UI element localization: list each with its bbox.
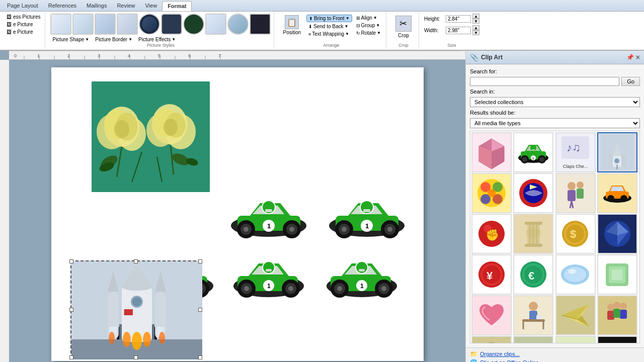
clipart-item-4[interactable] [471, 173, 512, 213]
go-button[interactable]: Go [621, 77, 640, 86]
organize-icon: 📁 [470, 350, 477, 357]
svg-point-134 [122, 283, 152, 291]
tab-mailings[interactable]: Mailings [82, 1, 112, 11]
svg-point-181 [577, 182, 584, 189]
style-thumb-9[interactable] [250, 14, 271, 35]
rocket-image-selected[interactable] [70, 260, 201, 358]
insert-picture-btn[interactable]: 🖼e Picture [5, 21, 34, 28]
clipart-item-7[interactable] [597, 173, 637, 213]
document-page[interactable]: 1 [51, 67, 424, 361]
group-picture-styles: Picture Shape ▼ Picture Border ▼ Picture… [47, 13, 274, 49]
svg-rect-154 [532, 149, 535, 151]
car-4: 1 [227, 248, 310, 305]
vertical-ruler [0, 60, 9, 362]
clipart-item-8[interactable]: ✊ [471, 214, 512, 254]
clipart-item-17[interactable] [513, 295, 553, 335]
svg-rect-68 [363, 209, 370, 212]
svg-point-143 [159, 332, 165, 344]
height-spinner[interactable]: ▲ ▼ [472, 14, 479, 24]
position-btn[interactable]: 📋 Position [279, 14, 304, 37]
clipart-item-1[interactable]: 1 [513, 132, 553, 172]
clipart-item-15[interactable] [597, 254, 637, 295]
clipart-item-14[interactable] [555, 254, 596, 295]
svg-point-58 [244, 227, 249, 232]
clipart-panel: 📎 Clip Art 📌 × Search for: Go Search in:… [465, 51, 644, 362]
bring-to-front-btn[interactable]: ⬆ Bring to Front ▼ [306, 15, 352, 22]
svg-rect-237 [620, 310, 627, 319]
organize-clips-link[interactable]: 📁 Organize clips... [470, 350, 640, 357]
clipart-item-11[interactable] [597, 214, 637, 254]
style-thumb-7[interactable] [205, 14, 226, 35]
roses-image[interactable] [92, 81, 210, 192]
style-thumb-0[interactable] [50, 14, 71, 35]
svg-rect-195 [525, 222, 542, 225]
style-thumb-5[interactable] [161, 14, 182, 35]
rotate-btn[interactable]: ↻ Rotate ▼ [354, 30, 383, 36]
svg-rect-98 [266, 269, 272, 272]
crop-btn[interactable]: ✂ Crop [391, 14, 416, 40]
document-area: 0 1 2 3 4 5 6 7 [0, 51, 465, 362]
svg-text:1: 1 [267, 283, 271, 290]
panel-icon: 📎 [470, 53, 478, 61]
style-thumb-4[interactable] [139, 14, 160, 35]
clipart-item-5[interactable] [513, 173, 553, 213]
arrange-label: Arrange [279, 43, 382, 48]
style-thumb-3[interactable] [117, 14, 138, 35]
clipart-item-9[interactable] [513, 214, 553, 254]
group-btn[interactable]: ⊟ Group ▼ [354, 22, 383, 29]
style-thumb-8[interactable] [227, 14, 249, 35]
search-input[interactable] [470, 77, 619, 86]
search-in-select[interactable]: Selected collections [470, 97, 640, 107]
clipart-item-2[interactable]: ♪♫ Claps Che... [555, 132, 596, 172]
tab-view[interactable]: View [140, 1, 162, 11]
style-thumb-2[interactable] [95, 14, 116, 35]
insert-pictures-pics-btn[interactable]: 🖼Page Layout ess Pictures [5, 14, 42, 20]
clipart-item-23[interactable] [597, 336, 637, 343]
clipart-item-22[interactable] [555, 336, 596, 343]
clipart-item-10[interactable]: $ [555, 214, 596, 254]
dropdown-icon: ▼ [345, 32, 349, 36]
svg-point-73 [342, 227, 347, 232]
clipart-item-0[interactable] [471, 132, 512, 172]
svg-text:3: 3 [98, 53, 100, 58]
clipart-item-20[interactable]: N [471, 336, 512, 343]
tab-review[interactable]: Review [112, 1, 140, 11]
clipart-item-3[interactable] [597, 132, 637, 172]
group-insert-pictures: 🖼Page Layout ess Pictures 🖼e Picture 🖼e … [2, 13, 45, 49]
insert-picture2-btn[interactable]: 🖼e Picture [5, 29, 34, 35]
search-in-label: Search in: [470, 88, 640, 95]
svg-point-106 [288, 286, 293, 291]
tab-references[interactable]: References [43, 1, 82, 11]
style-thumb-6[interactable] [183, 14, 204, 35]
svg-point-238 [613, 302, 620, 309]
panel-footer: 📁 Organize clips... 🌐 Clip art on Office… [466, 347, 644, 362]
send-to-back-btn[interactable]: ⬇ Send to Back ▼ [306, 23, 352, 30]
clipart-item-19[interactable] [597, 295, 637, 335]
clipart-item-12[interactable]: ¥ [471, 254, 512, 295]
results-select[interactable]: All media file types [470, 118, 640, 128]
panel-pin-icon[interactable]: 📌 [626, 54, 634, 61]
width-spinner[interactable]: ▲ ▼ [472, 25, 479, 35]
text-wrapping-btn[interactable]: ≡ Text Wrapping ▼ [306, 31, 352, 37]
picture-effects-btn[interactable]: Picture Effects ▼ [136, 36, 178, 43]
width-input[interactable] [446, 27, 471, 34]
clipart-item-16[interactable] [471, 295, 512, 335]
svg-point-136 [132, 297, 141, 306]
clipart-item-6[interactable] [555, 173, 596, 213]
office-online-link[interactable]: 🌐 Clip art on Office Online [470, 359, 640, 362]
panel-body: Search for: Go Search in: Selected colle… [466, 64, 644, 347]
picture-shape-btn[interactable]: Picture Shape ▼ [50, 36, 91, 43]
tab-page-layout[interactable]: Page Layout [2, 1, 43, 11]
document-scroll: 1 [9, 60, 465, 362]
height-input[interactable] [446, 15, 471, 23]
align-btn[interactable]: ⊞ Align ▼ [354, 15, 383, 21]
picture-border-btn[interactable]: Picture Border ▼ [93, 36, 134, 43]
tab-format[interactable]: Format [162, 1, 192, 11]
svg-rect-166 [609, 154, 613, 167]
clipart-item-18[interactable] [555, 295, 596, 335]
clipart-item-13[interactable]: € [513, 254, 553, 295]
panel-close-btn[interactable]: × [636, 53, 640, 61]
style-thumb-1[interactable] [72, 14, 94, 35]
svg-rect-180 [568, 190, 576, 201]
clipart-item-21[interactable] [513, 336, 553, 343]
